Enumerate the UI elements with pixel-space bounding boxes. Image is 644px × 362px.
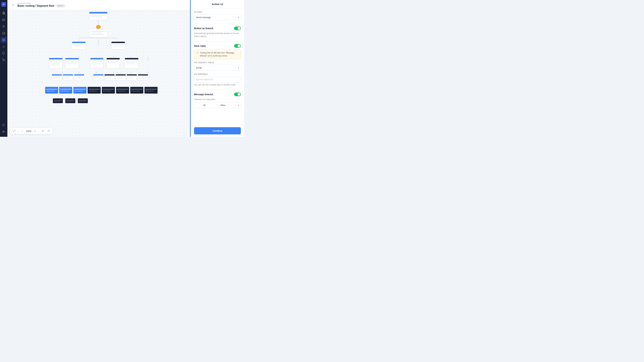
- svg-rect-47: [72, 42, 86, 43]
- breadcrumb-title: Basic routing / Segment flow DRAFT: [18, 4, 66, 7]
- svg-rect-102: [116, 78, 124, 78]
- undo-button[interactable]: [41, 129, 45, 133]
- sidebar-logo[interactable]: S¹: [1, 2, 6, 7]
- zoom-in-button[interactable]: +: [33, 129, 37, 133]
- timeout-toggle[interactable]: [234, 92, 241, 96]
- zoom-out-button[interactable]: −: [20, 129, 24, 133]
- svg-rect-100: [116, 74, 126, 76]
- save-reply-toggle[interactable]: [234, 44, 241, 48]
- sidebar-item-inbox[interactable]: [1, 17, 7, 23]
- action-section: ACTION Send message Send email Wait Cond…: [194, 11, 241, 20]
- svg-rect-139: [66, 100, 74, 101]
- svg-rect-55: [49, 58, 62, 59]
- sidebar-item-team[interactable]: [1, 129, 7, 135]
- svg-rect-61: [66, 58, 79, 59]
- panel-header: Action 12: [191, 0, 244, 8]
- svg-rect-103: [127, 74, 137, 80]
- sidebar-item-flows[interactable]: [1, 37, 7, 43]
- canvas-toolbar: − 100% +: [10, 128, 53, 134]
- info-text: Turning this on will also turn "Message …: [200, 51, 239, 57]
- variable-input[interactable]: [194, 76, 241, 82]
- svg-rect-96: [104, 74, 114, 76]
- svg-rect-115: [60, 89, 71, 90]
- svg-rect-88: [74, 74, 84, 76]
- svg-rect-8: [2, 40, 3, 41]
- svg-rect-130: [131, 89, 142, 90]
- svg-rect-106: [128, 78, 134, 78]
- divider-3: [194, 90, 241, 90]
- panel-body: ACTION Send message Send email Wait Cond…: [191, 8, 244, 125]
- svg-rect-84: [63, 74, 73, 76]
- svg-rect-135: [53, 98, 63, 103]
- svg-rect-92: [94, 74, 104, 76]
- action-select[interactable]: Send message Send email Wait Condition: [194, 14, 241, 20]
- sidebar-item-shop[interactable]: [1, 57, 7, 63]
- svg-rect-67: [91, 61, 102, 61]
- sidebar-item-broadcast[interactable]: [1, 10, 7, 16]
- svg-rect-128: [117, 91, 126, 91]
- variable-helper: You can use this variable later in anoth…: [194, 83, 241, 86]
- svg-rect-64: [66, 64, 77, 64]
- timeout-toggle-row: Message timeout: [194, 92, 241, 96]
- info-icon: ⓘ: [196, 51, 198, 54]
- svg-rect-142: [79, 100, 87, 101]
- svg-rect-80: [52, 74, 62, 76]
- svg-rect-126: [116, 87, 129, 93]
- timeout-unit-select[interactable]: Minu... Minutes Hours Days: [218, 102, 241, 108]
- svg-rect-99: [116, 74, 126, 80]
- timeout-number-input[interactable]: [194, 102, 217, 108]
- svg-rect-48: [73, 44, 84, 45]
- svg-rect-60: [66, 58, 79, 68]
- save-reply-info-box: ⓘ Turning this on will also turn "Messag…: [194, 49, 241, 59]
- svg-rect-81: [53, 76, 61, 77]
- timeout-label: Message timeout: [194, 93, 213, 96]
- svg-rect-76: [126, 61, 137, 61]
- svg-point-1: [3, 25, 4, 26]
- svg-rect-90: [75, 78, 81, 78]
- svg-rect-38: [90, 12, 108, 13]
- svg-point-13: [4, 61, 5, 61]
- action-select-wrapper: Send message Send email Wait Condition ▾: [194, 14, 241, 20]
- sidebar-item-analytics[interactable]: [1, 43, 7, 50]
- svg-rect-58: [50, 64, 60, 64]
- fullscreen-button[interactable]: [12, 129, 16, 133]
- svg-rect-120: [88, 87, 100, 93]
- svg-rect-71: [107, 58, 120, 59]
- svg-rect-68: [91, 62, 100, 63]
- canvas[interactable]: − 100% +: [8, 10, 190, 137]
- draft-badge: DRAFT: [56, 4, 66, 7]
- sidebar-item-info[interactable]: [1, 122, 7, 128]
- redo-button[interactable]: [46, 129, 51, 133]
- divider-2: [194, 41, 241, 41]
- svg-rect-5: [2, 39, 3, 39]
- svg-rect-49: [73, 46, 82, 46]
- sidebar-item-campaigns[interactable]: [1, 30, 7, 36]
- svg-rect-62: [66, 61, 78, 61]
- svg-rect-52: [112, 44, 124, 45]
- button-branch-toggle[interactable]: [234, 26, 241, 30]
- sidebar-item-integrations[interactable]: [1, 50, 7, 56]
- svg-rect-37: [90, 12, 108, 20]
- contact-field-select[interactable]: Email Phone Name Custom: [194, 65, 241, 71]
- svg-rect-50: [111, 42, 125, 49]
- svg-rect-143: [79, 101, 86, 102]
- svg-rect-134: [146, 91, 154, 91]
- sidebar-item-contacts[interactable]: [1, 23, 7, 29]
- svg-rect-86: [64, 78, 70, 78]
- timeout-unit-wrapper: Minu... Minutes Hours Days ▾: [218, 102, 241, 108]
- svg-rect-94: [94, 78, 102, 78]
- breadcrumb-label: FLOW BUILDER: [18, 2, 66, 4]
- variable-label: AS VARIABLE: [194, 73, 241, 75]
- svg-rect-83: [63, 74, 73, 80]
- svg-rect-111: [45, 87, 58, 93]
- svg-rect-104: [127, 74, 137, 76]
- svg-rect-132: [144, 87, 158, 93]
- back-button[interactable]: [11, 3, 16, 7]
- confirm-button[interactable]: Confirm: [194, 127, 241, 134]
- svg-rect-121: [88, 89, 100, 90]
- svg-rect-72: [108, 61, 118, 61]
- svg-rect-74: [125, 58, 138, 68]
- svg-rect-46: [72, 42, 86, 49]
- svg-rect-65: [90, 58, 103, 68]
- svg-rect-77: [126, 62, 135, 63]
